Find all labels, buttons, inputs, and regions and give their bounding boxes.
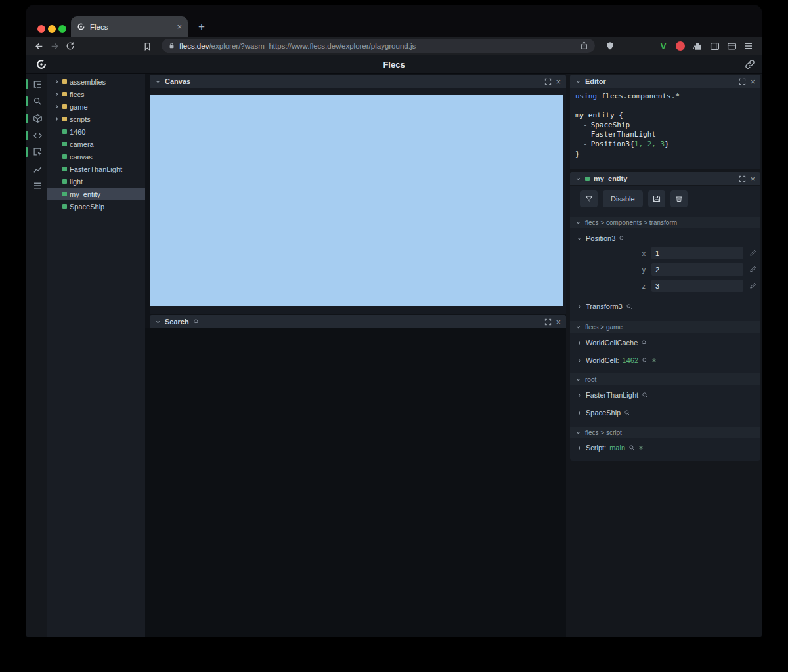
tree-item-spaceship[interactable]: SpaceShip xyxy=(47,200,145,213)
window-close-button[interactable] xyxy=(37,25,45,33)
position3-z-input[interactable] xyxy=(651,280,743,292)
code-editor[interactable]: using flecs.components.* my_entity { -Sp… xyxy=(570,88,760,169)
inspector-panel-toggle[interactable] xyxy=(31,145,44,158)
chevron-right-icon[interactable] xyxy=(577,340,582,346)
component-row-position3[interactable]: Position3 xyxy=(577,232,755,244)
share-icon[interactable] xyxy=(580,41,588,50)
tab-close-icon[interactable]: × xyxy=(177,22,182,31)
expand-icon[interactable] xyxy=(739,175,746,182)
collapse-chevron-icon[interactable] xyxy=(155,79,161,85)
sidebar-toggle-button[interactable] xyxy=(707,39,722,53)
search-panel-body xyxy=(145,328,566,637)
save-button[interactable] xyxy=(648,190,665,207)
tree-item-my-entity-selected[interactable]: my_entity xyxy=(47,188,145,200)
panel-title: my_entity xyxy=(594,175,627,182)
stats-panel-toggle[interactable] xyxy=(31,162,44,175)
pencil-icon[interactable] xyxy=(749,282,756,289)
search-icon[interactable] xyxy=(642,392,648,398)
editor-panel-toggle[interactable] xyxy=(31,129,44,142)
close-icon[interactable]: × xyxy=(750,175,755,183)
expand-icon[interactable] xyxy=(544,78,552,85)
component-row-transform3[interactable]: Transform3 xyxy=(577,301,755,312)
chevron-right-icon[interactable] xyxy=(54,91,60,97)
close-icon[interactable]: × xyxy=(556,318,561,326)
search-icon[interactable] xyxy=(619,235,625,242)
component-row-worldcell[interactable]: WorldCell: 1462 xyxy=(577,354,755,366)
extensions-puzzle-button[interactable] xyxy=(690,39,705,53)
canvas-panel-toggle[interactable] xyxy=(31,112,44,125)
entity-square-icon xyxy=(62,167,67,171)
chevron-down-icon[interactable] xyxy=(577,236,582,242)
search-icon[interactable] xyxy=(626,303,632,310)
inspector-toolbar: Disable xyxy=(580,190,688,207)
collapse-chevron-icon[interactable] xyxy=(575,79,581,85)
window-zoom-button[interactable] xyxy=(58,25,66,33)
tree-item-light[interactable]: light xyxy=(47,175,145,188)
chevron-right-icon[interactable] xyxy=(54,79,60,85)
queries-panel-toggle[interactable] xyxy=(31,179,44,192)
collapse-chevron-icon[interactable] xyxy=(155,319,161,325)
section-header-transform[interactable]: flecs > components > transform xyxy=(570,217,760,228)
search-icon[interactable] xyxy=(628,444,635,451)
search-icon[interactable] xyxy=(642,357,648,364)
funnel-icon xyxy=(585,195,593,203)
bookmark-icon[interactable] xyxy=(140,39,154,53)
section-header-game[interactable]: flecs > game xyxy=(570,321,760,333)
url-bar[interactable]: flecs.dev/explorer/?wasm=https://www.fle… xyxy=(162,39,595,52)
component-row-spaceship[interactable]: SpaceShip xyxy=(577,407,755,419)
tree-item-flecs[interactable]: flecs xyxy=(47,88,145,100)
chevron-right-icon[interactable] xyxy=(54,104,60,110)
back-button[interactable] xyxy=(32,39,46,53)
forward-button[interactable] xyxy=(47,39,62,53)
app-header: Flecs xyxy=(26,55,762,74)
tree-item-fasterthanlight[interactable]: FasterThanLight xyxy=(47,163,145,175)
close-icon[interactable]: × xyxy=(750,77,755,86)
chevron-right-icon[interactable] xyxy=(54,116,60,122)
tree-item-game[interactable]: game xyxy=(47,100,145,113)
pencil-icon[interactable] xyxy=(749,249,756,257)
chevron-right-icon[interactable] xyxy=(577,304,582,310)
search-icon[interactable] xyxy=(624,410,630,416)
browser-toolbar: flecs.dev/explorer/?wasm=https://www.fle… xyxy=(26,37,762,55)
tree-item-assemblies[interactable]: assemblies xyxy=(47,75,145,88)
position3-x-input[interactable] xyxy=(651,247,743,259)
extension-v-button[interactable]: V xyxy=(656,39,670,53)
chevron-right-icon[interactable] xyxy=(577,358,582,364)
search-panel-toggle[interactable] xyxy=(31,94,44,108)
position3-y-input[interactable] xyxy=(651,263,743,276)
filter-button[interactable] xyxy=(580,190,598,207)
section-header-root[interactable]: root xyxy=(570,373,760,385)
close-icon[interactable]: × xyxy=(556,77,561,86)
field-label: y xyxy=(570,266,646,274)
tree-item-canvas[interactable]: canvas xyxy=(47,150,145,163)
expand-icon[interactable] xyxy=(739,78,746,85)
delete-button[interactable] xyxy=(670,190,688,207)
section-header-script[interactable]: flecs > script xyxy=(570,427,760,438)
component-row-worldcellcache[interactable]: WorldCellCache xyxy=(577,337,755,348)
disable-button[interactable]: Disable xyxy=(603,190,643,207)
browser-tab[interactable]: Flecs × xyxy=(71,16,188,37)
collapse-chevron-icon[interactable] xyxy=(575,176,581,182)
canvas-3d-viewport[interactable] xyxy=(150,94,563,306)
tree-panel-toggle[interactable] xyxy=(31,77,44,91)
wallet-button[interactable] xyxy=(724,39,739,53)
tree-item-camera[interactable]: camera xyxy=(47,138,145,150)
chevron-right-icon[interactable] xyxy=(577,392,582,398)
menu-button[interactable] xyxy=(741,39,756,53)
search-icon[interactable] xyxy=(641,339,647,346)
shield-icon[interactable] xyxy=(603,39,617,53)
extension-red-button[interactable] xyxy=(673,39,688,53)
tree-item-scripts[interactable]: scripts xyxy=(47,113,145,125)
chevron-right-icon[interactable] xyxy=(577,410,582,416)
reload-button[interactable] xyxy=(63,39,77,53)
component-row-script[interactable]: Script: main xyxy=(577,442,755,453)
tree-item-1460[interactable]: 1460 xyxy=(47,125,145,138)
new-tab-button[interactable]: + xyxy=(194,20,209,34)
component-row-fasterthanlight[interactable]: FasterThanLight xyxy=(577,389,755,401)
window-minimize-button[interactable] xyxy=(48,25,56,33)
pencil-icon[interactable] xyxy=(749,266,756,273)
expand-icon[interactable] xyxy=(544,318,552,326)
chevron-right-icon[interactable] xyxy=(577,445,582,451)
link-icon[interactable] xyxy=(745,59,755,70)
active-indicator xyxy=(26,131,28,140)
